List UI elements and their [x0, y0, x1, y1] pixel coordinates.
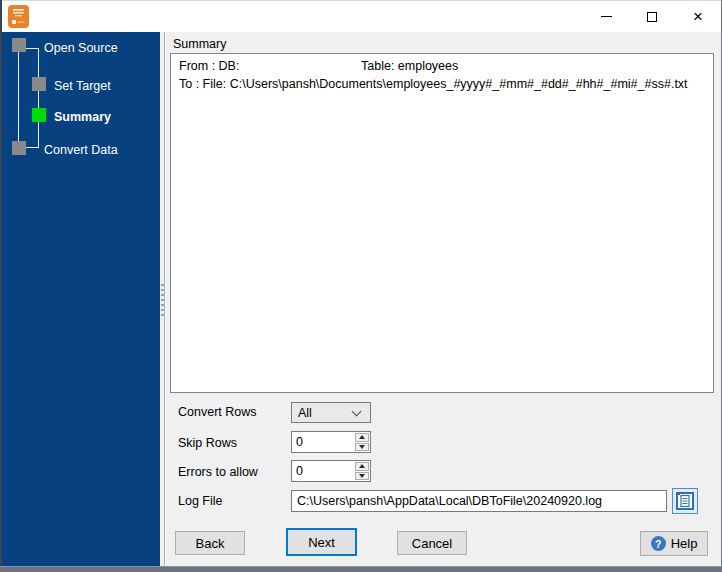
- dialog-window: × Open Source Set Target Summary Convert…: [0, 0, 722, 572]
- minimize-button[interactable]: [583, 1, 629, 32]
- chevron-down-icon: [352, 406, 362, 416]
- tree-connector: [26, 48, 39, 49]
- spin-up-button[interactable]: [355, 433, 369, 442]
- maximize-icon: [647, 12, 657, 22]
- skip-rows-input[interactable]: [292, 432, 354, 452]
- tree-connector: [38, 48, 39, 148]
- cancel-button-label: Cancel: [412, 536, 452, 551]
- log-file-label: Log File: [178, 494, 222, 508]
- step-indicator-set-target[interactable]: [32, 77, 46, 91]
- sidebar-item-summary[interactable]: Summary: [54, 110, 111, 124]
- log-file-input[interactable]: [291, 490, 667, 512]
- spin-down-button[interactable]: [355, 443, 369, 452]
- summary-from-text: From : DB:: [179, 59, 239, 73]
- close-button[interactable]: ×: [675, 1, 721, 32]
- arrow-down-icon: [359, 474, 365, 478]
- minimize-icon: [601, 16, 612, 17]
- spin-buttons: [354, 461, 370, 481]
- step-indicator-convert-data[interactable]: [12, 141, 26, 155]
- help-question-icon: ?: [651, 536, 666, 551]
- log-file-browse-button[interactable]: [672, 488, 698, 514]
- sidebar-item-set-target[interactable]: Set Target: [54, 79, 111, 93]
- maximize-button[interactable]: [629, 1, 675, 32]
- sidebar-item-convert-data[interactable]: Convert Data: [44, 143, 118, 157]
- summary-memo[interactable]: From : DB: Table: employees To : File: C…: [170, 53, 714, 393]
- step-indicator-summary[interactable]: [32, 108, 46, 122]
- spin-buttons: [354, 432, 370, 452]
- window-border-bottom: [0, 566, 722, 572]
- divider-highlight: [165, 32, 166, 566]
- help-button-label: Help: [671, 536, 698, 551]
- errors-to-allow-label: Errors to allow: [178, 465, 258, 479]
- spin-up-button[interactable]: [355, 462, 369, 471]
- cancel-button[interactable]: Cancel: [397, 531, 467, 555]
- skip-rows-label: Skip Rows: [178, 436, 237, 450]
- summary-table-text: Table: employees: [361, 59, 458, 73]
- arrow-down-icon: [359, 445, 365, 449]
- summary-to-text: To : File: C:\Users\pansh\Documents\empl…: [179, 77, 688, 91]
- arrow-up-icon: [359, 464, 365, 468]
- document-icon: [676, 492, 694, 510]
- arrow-up-icon: [359, 435, 365, 439]
- wizard-steps-sidebar: Open Source Set Target Summary Convert D…: [2, 32, 160, 566]
- window-controls: ×: [583, 1, 721, 32]
- tree-connector: [26, 147, 39, 148]
- app-icon: [8, 5, 29, 31]
- close-icon: ×: [693, 8, 703, 25]
- group-title: Summary: [173, 37, 226, 51]
- back-button[interactable]: Back: [175, 531, 245, 555]
- errors-to-allow-input[interactable]: [292, 461, 354, 481]
- splitter-handle[interactable]: [160, 32, 168, 566]
- convert-rows-value: All: [292, 406, 353, 420]
- summary-panel: Summary From : DB: Table: employees To :…: [168, 32, 720, 566]
- sidebar-item-open-source[interactable]: Open Source: [44, 41, 118, 55]
- tree-connector: [18, 52, 19, 147]
- convert-rows-select[interactable]: All: [291, 402, 371, 423]
- next-button[interactable]: Next: [286, 528, 357, 556]
- convert-rows-label: Convert Rows: [178, 405, 257, 419]
- window-border-left: [0, 0, 2, 572]
- titlebar[interactable]: ×: [2, 1, 721, 32]
- spin-down-button[interactable]: [355, 472, 369, 481]
- skip-rows-stepper: [291, 431, 371, 453]
- step-indicator-open-source[interactable]: [12, 38, 26, 52]
- errors-to-allow-stepper: [291, 460, 371, 482]
- next-button-label: Next: [308, 535, 335, 550]
- help-button[interactable]: ? Help: [640, 531, 708, 556]
- back-button-label: Back: [196, 536, 225, 551]
